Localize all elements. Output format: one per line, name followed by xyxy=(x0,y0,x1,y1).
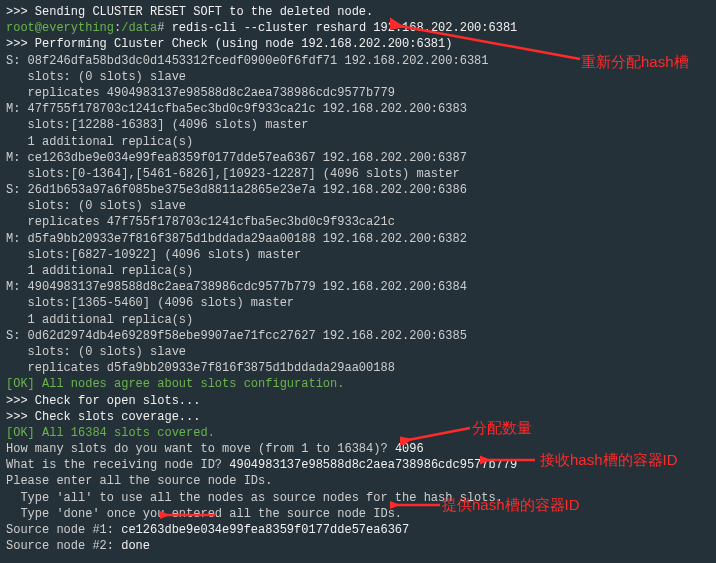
out-line: M: 47f755f178703c1241cfba5ec3bd0c9f933ca… xyxy=(6,101,710,117)
out-line: replicates 47f755f178703c1241cfba5ec3bd0… xyxy=(6,214,710,230)
terminal-output: >>> Sending CLUSTER RESET SOFT to the de… xyxy=(0,0,716,563)
out-line: M: 4904983137e98588d8c2aea738986cdc9577b… xyxy=(6,279,710,295)
out-line: >>> Performing Cluster Check (using node… xyxy=(6,36,710,52)
input-slots-count[interactable]: 4096 xyxy=(395,442,424,456)
input-source-2[interactable]: done xyxy=(121,539,150,553)
out-line: M: ce1263dbe9e034e99fea8359f0177dde57ea6… xyxy=(6,150,710,166)
out-line: slots:[12288-16383] (4096 slots) master xyxy=(6,117,710,133)
out-line: >>> Check for open slots... xyxy=(6,393,710,409)
prompt-path: /data xyxy=(121,21,157,35)
annotation-slot-count: 分配数量 xyxy=(472,418,532,438)
out-line: 1 additional replica(s) xyxy=(6,312,710,328)
out-line: S: 0d62d2974db4e69289f58ebe9907ae71fcc27… xyxy=(6,328,710,344)
out-line: slots:[0-1364],[5461-6826],[10923-12287]… xyxy=(6,166,710,182)
out-line: Please enter all the source node IDs. xyxy=(6,473,710,489)
out-line: 1 additional replica(s) xyxy=(6,263,710,279)
annotation-reshard: 重新分配hash槽 xyxy=(581,52,689,72)
annotation-receiving-id: 接收hash槽的容器ID xyxy=(540,450,678,470)
input-source-1[interactable]: ce1263dbe9e034e99fea8359f0177dde57ea6367 xyxy=(121,523,409,537)
input-receiving-id[interactable]: 4904983137e98588d8c2aea738986cdc9577b779 xyxy=(229,458,517,472)
out-line: >>> Check slots coverage... xyxy=(6,409,710,425)
out-line: slots:[1365-5460] (4096 slots) master xyxy=(6,295,710,311)
out-line: M: d5fa9bb20933e7f816f3875d1bddada29aa00… xyxy=(6,231,710,247)
out-line: 1 additional replica(s) xyxy=(6,134,710,150)
prompt-source-1: Source node #1: ce1263dbe9e034e99fea8359… xyxy=(6,522,710,538)
out-line: replicates d5fa9bb20933e7f816f3875d1bdda… xyxy=(6,360,710,376)
ok-line: [OK] All nodes agree about slots configu… xyxy=(6,376,710,392)
out-line xyxy=(6,554,710,563)
out-line: S: 26d1b653a97a6f085be375e3d8811a2865e23… xyxy=(6,182,710,198)
command-text: redis-cli --cluster reshard 192.168.202.… xyxy=(172,21,518,35)
out-line: Type 'all' to use all the nodes as sourc… xyxy=(6,490,710,506)
prompt-source-2: Source node #2: done xyxy=(6,538,710,554)
out-line: Type 'done' once you entered all the sou… xyxy=(6,506,710,522)
out-line: >>> Sending CLUSTER RESET SOFT to the de… xyxy=(6,4,710,20)
prompt-line[interactable]: root@everything:/data# redis-cli --clust… xyxy=(6,20,710,36)
out-line: slots: (0 slots) slave xyxy=(6,344,710,360)
annotation-source-id: 提供hash槽的容器ID xyxy=(442,495,580,515)
out-line: replicates 4904983137e98588d8c2aea738986… xyxy=(6,85,710,101)
prompt-user: root@everything xyxy=(6,21,114,35)
out-line: slots: (0 slots) slave xyxy=(6,198,710,214)
ok-line: [OK] All 16384 slots covered. xyxy=(6,425,710,441)
out-line: slots:[6827-10922] (4096 slots) master xyxy=(6,247,710,263)
prompt-hash: # xyxy=(157,21,171,35)
